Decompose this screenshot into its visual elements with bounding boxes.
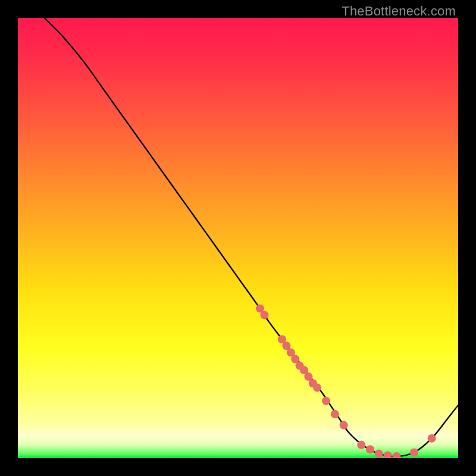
- curve-path: [44, 18, 458, 456]
- scatter-dot: [313, 384, 321, 392]
- scatter-dot: [340, 421, 348, 430]
- scatter-dot: [384, 452, 392, 458]
- scatter-dot: [410, 448, 418, 456]
- bottleneck-curve: [44, 18, 458, 456]
- scatter-dots: [256, 304, 436, 458]
- watermark-text: TheBottleneck.com: [342, 4, 456, 19]
- scatter-dot: [428, 434, 436, 443]
- chart-svg: [18, 18, 458, 458]
- scatter-dot: [375, 450, 383, 458]
- scatter-dot: [260, 311, 268, 320]
- chart-plot-area: [18, 18, 458, 458]
- scatter-dot: [366, 445, 374, 453]
- scatter-dot: [392, 452, 400, 458]
- scatter-dot: [322, 397, 330, 405]
- scatter-dot: [331, 410, 339, 418]
- scatter-dot: [357, 441, 365, 449]
